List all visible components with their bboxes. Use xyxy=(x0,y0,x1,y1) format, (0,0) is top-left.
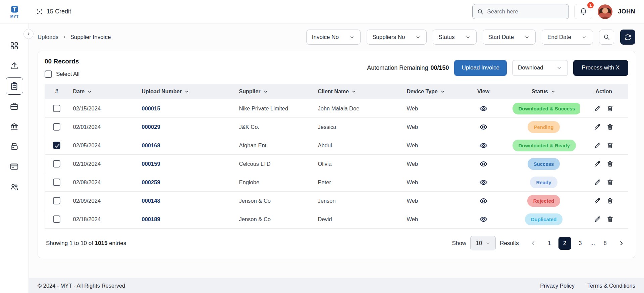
column-label: View xyxy=(477,89,489,94)
delete-icon[interactable] xyxy=(606,179,614,186)
refresh-button[interactable] xyxy=(620,30,635,45)
sidebar-item-bank[interactable] xyxy=(6,117,23,135)
terms-conditions-link[interactable]: Terms & Conditions xyxy=(587,283,635,289)
row-checkbox[interactable] xyxy=(53,142,60,149)
edit-icon[interactable] xyxy=(594,179,601,186)
main-content: Uploads Supplier Invoice Invoice NoSuppl… xyxy=(29,23,644,278)
delete-icon[interactable] xyxy=(606,142,614,149)
sort-icon[interactable] xyxy=(87,89,92,94)
sort-icon[interactable] xyxy=(351,89,357,94)
sidebar-item-billing[interactable] xyxy=(6,138,23,155)
row-checkbox[interactable] xyxy=(53,215,60,223)
previous-page-button[interactable] xyxy=(528,238,539,249)
row-checkbox[interactable] xyxy=(53,197,60,204)
sidebar-item-dashboard[interactable] xyxy=(6,37,23,54)
refresh-icon xyxy=(624,34,632,41)
column-header-date[interactable]: Date xyxy=(68,84,137,99)
upload-number-link[interactable]: 000029 xyxy=(142,124,160,130)
user-avatar[interactable] xyxy=(598,4,612,19)
edit-icon[interactable] xyxy=(594,215,601,223)
upload-number-link[interactable]: 000259 xyxy=(142,179,160,185)
filter-label: Suppliers No xyxy=(372,34,405,41)
view-icon[interactable] xyxy=(479,123,488,131)
row-checkbox[interactable] xyxy=(53,179,60,186)
sidebar-expand-button[interactable] xyxy=(23,29,34,39)
row-checkbox[interactable] xyxy=(53,160,60,167)
sort-icon[interactable] xyxy=(263,89,268,94)
sidebar-item-cards[interactable] xyxy=(6,158,23,175)
upload-number-link[interactable]: 000189 xyxy=(142,216,160,222)
delete-icon[interactable] xyxy=(606,105,614,112)
sort-icon[interactable] xyxy=(184,89,190,94)
page-list: 123...8 xyxy=(543,237,611,250)
column-label: Device Type xyxy=(407,89,438,94)
view-icon[interactable] xyxy=(479,215,488,224)
supplier-invoice-card: 00 Records Select All Automation Remaini… xyxy=(38,51,635,258)
edit-icon[interactable] xyxy=(594,123,601,131)
privacy-policy-link[interactable]: Privacy Policy xyxy=(540,283,575,289)
select-all[interactable]: Select All xyxy=(45,70,79,78)
edit-icon[interactable] xyxy=(594,160,601,167)
table-row: 02/08/2024000259EnglobePeterWebReady xyxy=(45,173,628,192)
global-search-box xyxy=(472,4,569,19)
page-button-2[interactable]: 2 xyxy=(558,237,571,250)
upload-number-link[interactable]: 000015 xyxy=(142,105,160,111)
sidebar-item-invoices[interactable] xyxy=(6,77,23,95)
app-logo[interactable]: MYT xyxy=(0,5,29,18)
sort-icon[interactable] xyxy=(440,89,445,94)
next-page-button[interactable] xyxy=(615,238,627,249)
sidebar-item-uploads[interactable] xyxy=(6,57,23,75)
page-button-3[interactable]: 3 xyxy=(574,237,587,250)
delete-icon[interactable] xyxy=(606,123,614,131)
delete-icon[interactable] xyxy=(606,215,614,223)
edit-icon[interactable] xyxy=(594,105,601,112)
page-size-select[interactable]: 10 xyxy=(470,236,496,250)
row-supplier: J&K Co. xyxy=(239,124,260,130)
edit-icon[interactable] xyxy=(594,197,601,204)
column-header-client-name[interactable]: Client Name xyxy=(313,84,402,99)
sidebar-item-jobs[interactable] xyxy=(6,97,23,115)
row-client-name: John Malala Doe xyxy=(318,105,360,111)
row-client-name: Peter xyxy=(318,179,331,185)
table-row: 02/01/2024000029J&K Co.JessicaWebPending xyxy=(45,118,628,136)
filter-label: End Date xyxy=(547,34,571,41)
column-header-device-type[interactable]: Device Type xyxy=(402,84,459,99)
briefcase-icon xyxy=(10,102,19,111)
upload-invoice-button[interactable]: Upload Invoice xyxy=(454,60,506,76)
view-icon[interactable] xyxy=(479,141,488,150)
edit-icon[interactable] xyxy=(594,142,601,149)
total-entries: 1015 xyxy=(95,240,108,246)
search-input[interactable] xyxy=(487,8,564,15)
filter-status[interactable]: Status xyxy=(433,30,476,45)
filter-suppliers-no[interactable]: Suppliers No xyxy=(367,30,427,45)
page-button-8[interactable]: 8 xyxy=(599,237,611,250)
status-badge: Success xyxy=(528,158,560,170)
delete-icon[interactable] xyxy=(606,197,614,204)
row-checkbox[interactable] xyxy=(53,105,60,112)
filter-end-date[interactable]: End Date xyxy=(542,30,593,45)
column-header-status[interactable]: Status xyxy=(508,84,580,99)
select-all-checkbox[interactable] xyxy=(45,70,52,78)
notifications-button[interactable]: 1 xyxy=(574,4,592,19)
column-header-supplier[interactable]: Supplier xyxy=(234,84,313,99)
process-with-x-button[interactable]: Process with X xyxy=(573,60,628,76)
filter-search-button[interactable] xyxy=(599,30,614,45)
sidebar-item-users[interactable] xyxy=(6,178,23,195)
download-dropdown[interactable]: Download xyxy=(512,60,568,76)
breadcrumb-uploads[interactable]: Uploads xyxy=(38,34,58,41)
page-button-1[interactable]: 1 xyxy=(543,237,556,250)
filter-invoice-no[interactable]: Invoice No xyxy=(306,30,361,45)
column-header-upload-number[interactable]: Upload Number xyxy=(137,84,234,99)
view-icon[interactable] xyxy=(479,197,488,205)
view-icon[interactable] xyxy=(479,178,488,187)
upload-number-link[interactable]: 000159 xyxy=(142,161,160,167)
view-icon[interactable] xyxy=(479,104,488,113)
view-icon[interactable] xyxy=(479,160,488,168)
status-badge: Rejected xyxy=(527,195,560,207)
sort-icon[interactable] xyxy=(550,89,556,94)
delete-icon[interactable] xyxy=(606,160,614,167)
filter-start-date[interactable]: Start Date xyxy=(483,30,536,45)
upload-number-link[interactable]: 000168 xyxy=(142,142,160,148)
upload-number-link[interactable]: 000148 xyxy=(142,198,160,204)
row-checkbox[interactable] xyxy=(53,123,60,131)
